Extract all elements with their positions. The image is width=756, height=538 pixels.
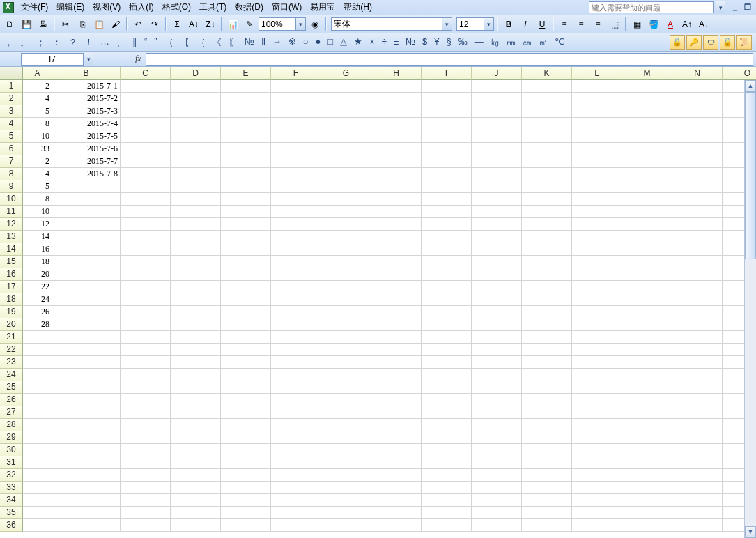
cell-M18[interactable] bbox=[622, 293, 672, 306]
bold-button[interactable]: B bbox=[501, 17, 516, 32]
cell-D21[interactable] bbox=[171, 331, 221, 344]
cell-D15[interactable] bbox=[171, 256, 221, 268]
cell-E16[interactable] bbox=[221, 268, 271, 281]
cell-I12[interactable] bbox=[422, 218, 472, 231]
fill-color-button[interactable]: 🪣 bbox=[646, 17, 661, 32]
cell-F9[interactable] bbox=[271, 180, 321, 193]
cell-M15[interactable] bbox=[622, 256, 672, 268]
cell-A35[interactable] bbox=[23, 507, 52, 519]
cell-C34[interactable] bbox=[121, 494, 171, 507]
help-search-input[interactable] bbox=[589, 1, 714, 13]
cell-C13[interactable] bbox=[121, 231, 171, 243]
cell-L4[interactable] bbox=[572, 118, 622, 130]
cell-M19[interactable] bbox=[622, 306, 672, 318]
cell-E29[interactable] bbox=[221, 431, 271, 444]
col-header-D[interactable]: D bbox=[171, 67, 221, 80]
cell-J21[interactable] bbox=[472, 331, 522, 344]
cell-E14[interactable] bbox=[221, 243, 271, 256]
security-protect-button[interactable]: 🛡 bbox=[703, 35, 718, 50]
cell-A17[interactable]: 22 bbox=[23, 281, 52, 293]
cell-B8[interactable]: 2015-7-8 bbox=[52, 168, 121, 180]
cell-L32[interactable] bbox=[572, 469, 622, 482]
cell-A12[interactable]: 12 bbox=[23, 218, 52, 231]
cell-F5[interactable] bbox=[271, 130, 321, 143]
cell-N23[interactable] bbox=[672, 356, 723, 369]
cell-D3[interactable] bbox=[171, 105, 221, 118]
cell-G33[interactable] bbox=[321, 482, 371, 494]
cell-K30[interactable] bbox=[522, 444, 572, 456]
row-header-36[interactable]: 36 bbox=[0, 519, 23, 532]
cell-C19[interactable] bbox=[121, 306, 171, 318]
scroll-thumb[interactable] bbox=[745, 92, 756, 259]
row-header-24[interactable]: 24 bbox=[0, 369, 23, 381]
cell-K31[interactable] bbox=[522, 456, 572, 469]
cell-H30[interactable] bbox=[371, 444, 422, 456]
cell-B11[interactable] bbox=[52, 206, 121, 218]
row-header-20[interactable]: 20 bbox=[0, 318, 23, 331]
symbol-6[interactable]: … bbox=[100, 36, 109, 49]
cell-I11[interactable] bbox=[422, 206, 472, 218]
symbol-33[interactable]: — bbox=[475, 36, 484, 49]
cell-E34[interactable] bbox=[221, 494, 271, 507]
cell-H3[interactable] bbox=[371, 105, 422, 118]
cell-I34[interactable] bbox=[422, 494, 472, 507]
zoom-input[interactable] bbox=[259, 20, 295, 29]
cell-K10[interactable] bbox=[522, 193, 572, 206]
cell-J9[interactable] bbox=[472, 180, 522, 193]
new-button[interactable]: 🗋 bbox=[2, 17, 17, 32]
cell-K21[interactable] bbox=[522, 331, 572, 344]
cell-N17[interactable] bbox=[672, 281, 723, 293]
cell-H4[interactable] bbox=[371, 118, 422, 130]
cell-I3[interactable] bbox=[422, 105, 472, 118]
cell-G2[interactable] bbox=[321, 93, 371, 105]
italic-button[interactable]: I bbox=[518, 17, 533, 32]
cell-C21[interactable] bbox=[121, 331, 171, 344]
cell-I25[interactable] bbox=[422, 381, 472, 394]
cell-K17[interactable] bbox=[522, 281, 572, 293]
cell-A1[interactable]: 2 bbox=[23, 80, 52, 93]
merge-button[interactable]: ⬚ bbox=[607, 17, 622, 32]
symbol-25[interactable]: × bbox=[369, 36, 375, 49]
row-header-29[interactable]: 29 bbox=[0, 431, 23, 444]
cell-K26[interactable] bbox=[522, 394, 572, 406]
cell-H7[interactable] bbox=[371, 155, 422, 168]
cell-D4[interactable] bbox=[171, 118, 221, 130]
cell-J2[interactable] bbox=[472, 93, 522, 105]
cell-C8[interactable] bbox=[121, 168, 171, 180]
cell-J13[interactable] bbox=[472, 231, 522, 243]
cell-G10[interactable] bbox=[321, 193, 371, 206]
cell-H25[interactable] bbox=[371, 381, 422, 394]
cell-N36[interactable] bbox=[672, 519, 723, 532]
cell-I30[interactable] bbox=[422, 444, 472, 456]
symbol-37[interactable]: ㎡ bbox=[539, 36, 548, 49]
cell-M23[interactable] bbox=[622, 356, 672, 369]
cell-B23[interactable] bbox=[52, 356, 121, 369]
cell-F12[interactable] bbox=[271, 218, 321, 231]
cell-I2[interactable] bbox=[422, 93, 472, 105]
cell-G9[interactable] bbox=[321, 180, 371, 193]
borders-button[interactable]: ▦ bbox=[629, 17, 645, 32]
row-header-30[interactable]: 30 bbox=[0, 444, 23, 456]
cell-C30[interactable] bbox=[121, 444, 171, 456]
cell-N2[interactable] bbox=[672, 93, 723, 105]
cell-F1[interactable] bbox=[271, 80, 321, 93]
font-size-arrow[interactable] bbox=[484, 18, 493, 30]
cell-D29[interactable] bbox=[171, 431, 221, 444]
cell-B1[interactable]: 2015-7-1 bbox=[52, 80, 121, 93]
cell-M9[interactable] bbox=[622, 180, 672, 193]
cell-B7[interactable]: 2015-7-7 bbox=[52, 155, 121, 168]
col-header-A[interactable]: A bbox=[23, 67, 52, 80]
cell-L35[interactable] bbox=[572, 507, 622, 519]
cell-C20[interactable] bbox=[121, 318, 171, 331]
cell-A3[interactable]: 5 bbox=[23, 105, 52, 118]
cell-B19[interactable] bbox=[52, 306, 121, 318]
row-header-7[interactable]: 7 bbox=[0, 155, 23, 168]
cell-A2[interactable]: 4 bbox=[23, 93, 52, 105]
cell-G26[interactable] bbox=[321, 394, 371, 406]
cell-F28[interactable] bbox=[271, 419, 321, 431]
cell-A18[interactable]: 24 bbox=[23, 293, 52, 306]
cell-C28[interactable] bbox=[121, 419, 171, 431]
symbol-35[interactable]: ㎜ bbox=[507, 36, 516, 49]
cell-K32[interactable] bbox=[522, 469, 572, 482]
cell-G32[interactable] bbox=[321, 469, 371, 482]
